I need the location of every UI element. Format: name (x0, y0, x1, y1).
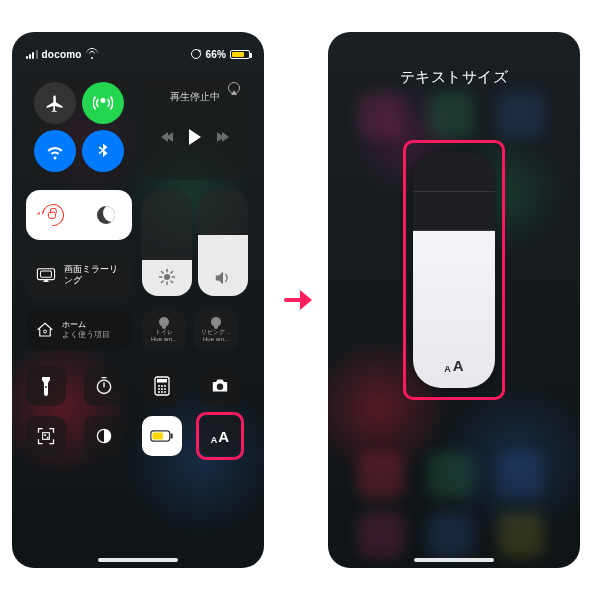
svg-point-25 (158, 391, 160, 393)
textsize-icon: AA (211, 428, 229, 445)
focus-row (26, 190, 132, 240)
camera-icon (210, 378, 230, 394)
svg-line-10 (161, 281, 163, 283)
camera-button[interactable] (200, 366, 240, 406)
text-size-title: テキストサイズ (328, 68, 580, 87)
brightness-slider[interactable] (142, 190, 192, 296)
accessory-1[interactable]: トイレHue am... (142, 310, 186, 350)
svg-point-13 (45, 386, 47, 388)
lowpower-icon (150, 429, 174, 443)
home-line1: ホーム (62, 320, 110, 330)
next-button[interactable] (219, 132, 229, 142)
bluetooth-toggle[interactable] (82, 130, 124, 172)
wifi-icon (45, 141, 65, 161)
svg-line-9 (171, 281, 173, 283)
svg-rect-34 (171, 433, 173, 438)
brightness-icon (142, 268, 192, 286)
bluetooth-icon (94, 142, 112, 160)
airplane-icon (45, 93, 65, 113)
svg-rect-0 (37, 269, 54, 280)
svg-rect-1 (41, 271, 52, 277)
accessory-2[interactable]: リビング...Hue am... (194, 310, 238, 350)
svg-point-26 (161, 391, 163, 393)
mirroring-label: 画面ミラーリング (64, 264, 122, 286)
wifi-toggle[interactable] (34, 130, 76, 172)
bulb-icon (159, 317, 169, 327)
svg-rect-35 (153, 433, 163, 440)
svg-line-11 (171, 271, 173, 273)
sync-icon (191, 49, 201, 59)
airplane-mode-toggle[interactable] (34, 82, 76, 124)
mirroring-icon (36, 268, 56, 282)
svg-point-12 (44, 330, 47, 333)
control-center-screen: docomo 66% (12, 32, 264, 568)
textsize-icon: AA (413, 357, 495, 374)
svg-point-23 (161, 388, 163, 390)
svg-point-19 (158, 385, 160, 387)
calculator-button[interactable] (142, 366, 182, 406)
carrier-label: docomo (42, 49, 82, 60)
flashlight-button[interactable] (26, 366, 66, 406)
calculator-icon (154, 376, 170, 396)
svg-rect-31 (47, 437, 49, 439)
signal-icon (26, 50, 38, 59)
svg-point-20 (161, 385, 163, 387)
svg-point-28 (217, 384, 223, 390)
media-controls[interactable]: 再生停止中 (142, 74, 248, 180)
textsize-button[interactable]: AA (200, 416, 240, 456)
home-button[interactable]: ホーム よく使う項目 (26, 310, 132, 350)
play-button[interactable] (189, 129, 201, 145)
volume-slider[interactable] (198, 190, 248, 296)
moon-icon (97, 206, 115, 224)
timer-button[interactable] (84, 366, 124, 406)
timer-icon (94, 376, 114, 396)
svg-point-21 (164, 385, 166, 387)
arrow-icon (282, 290, 312, 310)
svg-point-27 (164, 391, 166, 393)
battery-text: 66% (205, 49, 226, 60)
svg-rect-30 (44, 434, 46, 436)
qr-button[interactable] (26, 416, 66, 456)
svg-point-22 (158, 388, 160, 390)
rotation-lock-toggle[interactable] (26, 190, 79, 240)
qr-icon (36, 426, 56, 446)
status-bar: docomo 66% (26, 46, 250, 62)
flashlight-icon (39, 376, 53, 396)
home-indicator[interactable] (98, 558, 178, 562)
wifi-icon (86, 48, 98, 60)
home-line2: よく使う項目 (62, 330, 110, 340)
connectivity-group[interactable] (26, 74, 132, 180)
svg-point-3 (164, 274, 170, 280)
prev-button[interactable] (161, 132, 171, 142)
home-indicator[interactable] (414, 558, 494, 562)
bulb-icon (211, 317, 221, 327)
darkmode-button[interactable] (84, 416, 124, 456)
rotation-lock-icon (37, 200, 68, 231)
cellular-toggle[interactable] (82, 82, 124, 124)
volume-icon (198, 270, 248, 286)
lowpower-button[interactable] (142, 416, 182, 456)
svg-rect-18 (157, 379, 167, 383)
text-size-slider[interactable]: AA (413, 152, 495, 388)
media-title: 再生停止中 (142, 90, 248, 104)
home-icon (36, 321, 54, 339)
svg-line-8 (161, 271, 163, 273)
dnd-toggle[interactable] (79, 190, 132, 240)
darkmode-icon (94, 426, 114, 446)
antenna-icon (93, 93, 113, 113)
svg-point-24 (164, 388, 166, 390)
battery-icon (230, 50, 250, 59)
text-size-screen: テキストサイズ AA (328, 32, 580, 568)
screen-mirroring-button[interactable]: 画面ミラーリング (26, 250, 132, 300)
